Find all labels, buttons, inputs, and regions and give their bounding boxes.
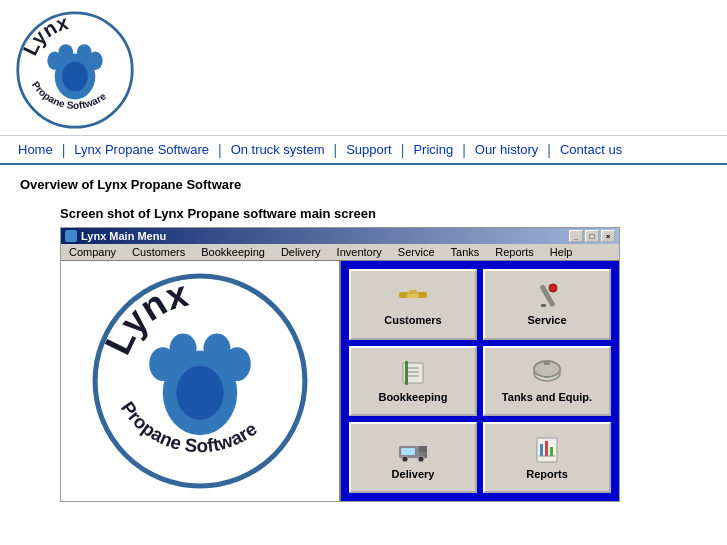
tanks-icon: [531, 359, 563, 387]
svg-point-40: [418, 456, 424, 462]
window-lynx-logo: Lynx Propane Software: [90, 271, 310, 491]
menu-delivery[interactable]: Delivery: [277, 245, 325, 259]
bookkeeping-icon: [397, 359, 429, 387]
nav-home[interactable]: Home: [10, 140, 61, 159]
svg-marker-37: [419, 446, 427, 452]
page-subtitle: Overview of Lynx Propane Software: [20, 177, 707, 192]
screenshot-window: Lynx Main Menu _ □ × Company Customers B…: [60, 227, 620, 502]
main-content: Overview of Lynx Propane Software Screen…: [0, 165, 727, 514]
nav-pricing[interactable]: Pricing: [405, 140, 461, 159]
menu-bookkeeping[interactable]: Bookkeeping: [197, 245, 269, 259]
window-titlebar: Lynx Main Menu _ □ ×: [61, 228, 619, 244]
svg-rect-32: [534, 369, 560, 373]
tanks-label: Tanks and Equip.: [502, 391, 592, 403]
close-button[interactable]: ×: [601, 230, 615, 242]
screenshot-label: Screen shot of Lynx Propane software mai…: [60, 206, 707, 221]
svg-rect-43: [540, 444, 543, 456]
nav-propane-software[interactable]: Lynx Propane Software: [66, 140, 217, 159]
minimize-button[interactable]: _: [569, 230, 583, 242]
svg-rect-29: [405, 361, 408, 385]
delivery-label: Delivery: [392, 468, 435, 480]
svg-point-23: [549, 284, 557, 292]
menu-company[interactable]: Company: [65, 245, 120, 259]
customers-label: Customers: [384, 314, 441, 326]
svg-rect-24: [541, 304, 546, 307]
menu-tanks[interactable]: Tanks: [447, 245, 484, 259]
navbar: Home | Lynx Propane Software | On truck …: [0, 136, 727, 165]
menu-reports[interactable]: Reports: [491, 245, 538, 259]
maximize-button[interactable]: □: [585, 230, 599, 242]
window-icon: [65, 230, 77, 242]
site-logo: Lynx Propane Software: [15, 10, 135, 130]
service-icon: [531, 282, 563, 310]
logo-container: Lynx Propane Software: [15, 10, 712, 130]
svg-point-7: [62, 62, 88, 92]
menu-help[interactable]: Help: [546, 245, 577, 259]
window-logo-panel: Lynx Propane Software: [61, 261, 341, 501]
delivery-button[interactable]: Delivery: [349, 422, 477, 493]
svg-point-6: [88, 52, 103, 70]
nav-on-truck[interactable]: On truck system: [223, 140, 333, 159]
menu-inventory[interactable]: Inventory: [333, 245, 386, 259]
bookkeeping-label: Bookkeeping: [378, 391, 447, 403]
delivery-icon: [397, 436, 429, 464]
service-button[interactable]: Service: [483, 269, 611, 340]
svg-point-16: [176, 366, 223, 420]
svg-point-4: [58, 44, 73, 61]
customers-icon: [397, 282, 429, 310]
tanks-button[interactable]: Tanks and Equip.: [483, 346, 611, 417]
window-buttons-panel: Customers Service: [341, 261, 619, 501]
titlebar-left: Lynx Main Menu: [65, 230, 166, 242]
svg-rect-44: [545, 441, 548, 456]
menu-customers[interactable]: Customers: [128, 245, 189, 259]
svg-rect-41: [401, 448, 415, 455]
window-title: Lynx Main Menu: [81, 230, 166, 242]
svg-rect-21: [409, 290, 417, 294]
header: Lynx Propane Software: [0, 0, 727, 136]
bookkeeping-button[interactable]: Bookkeeping: [349, 346, 477, 417]
menu-service[interactable]: Service: [394, 245, 439, 259]
reports-icon: [531, 436, 563, 464]
svg-point-15: [224, 347, 251, 381]
nav-support[interactable]: Support: [338, 140, 400, 159]
reports-label: Reports: [526, 468, 568, 480]
customers-button[interactable]: Customers: [349, 269, 477, 340]
svg-point-13: [170, 334, 197, 364]
reports-button[interactable]: Reports: [483, 422, 611, 493]
window-controls: _ □ ×: [569, 230, 615, 242]
svg-rect-45: [550, 447, 553, 456]
svg-rect-20: [407, 294, 419, 298]
window-menubar: Company Customers Bookkeeping Delivery I…: [61, 244, 619, 261]
svg-point-39: [402, 456, 408, 462]
window-body: Lynx Propane Software: [61, 261, 619, 501]
nav-history[interactable]: Our history: [467, 140, 547, 159]
nav-contact[interactable]: Contact us: [552, 140, 630, 159]
service-label: Service: [527, 314, 566, 326]
svg-rect-35: [544, 361, 550, 365]
